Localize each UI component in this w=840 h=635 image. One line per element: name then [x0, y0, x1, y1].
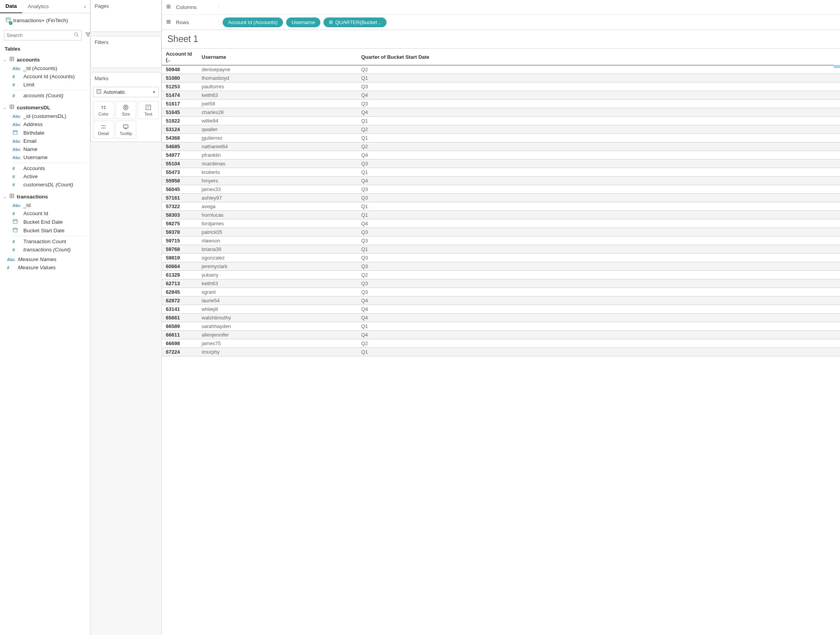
- table-row[interactable]: 63141 whitejill Q4: [162, 305, 840, 314]
- table-row[interactable]: 53124 qwaller Q2: [162, 125, 840, 134]
- field-item[interactable]: #accounts (Count): [0, 91, 90, 100]
- columns-shelf[interactable]: Columns: [162, 0, 840, 15]
- field-item[interactable]: AbcMeasure Names: [0, 255, 90, 263]
- table-row[interactable]: 65661 walshtimothy Q4: [162, 314, 840, 322]
- cell-quarter: Q1: [357, 134, 840, 142]
- column-header-id[interactable]: Account Id (..: [162, 49, 198, 65]
- field-item[interactable]: Abc_Id: [0, 201, 90, 209]
- table-row[interactable]: 59275 fordjames Q4: [162, 219, 840, 228]
- field-item[interactable]: #Account Id: [0, 209, 90, 218]
- field-item[interactable]: Abc_Id (Accounts): [0, 64, 90, 72]
- tab-analytics[interactable]: Analytics: [22, 0, 54, 13]
- table-row[interactable]: 51645 charles28 Q4: [162, 108, 840, 117]
- search-box[interactable]: [4, 30, 82, 40]
- marks-size-button[interactable]: Size: [116, 101, 137, 119]
- field-item[interactable]: Bucket End Date: [0, 218, 90, 226]
- row-pill[interactable]: ⊞QUARTER(Bucket ..: [323, 18, 387, 27]
- marks-type-dropdown[interactable]: T Automatic ▾: [93, 87, 159, 97]
- table-row[interactable]: 66698 james75 Q2: [162, 339, 840, 348]
- table-row[interactable]: 67224 imurphy Q1: [162, 348, 840, 356]
- column-header-user[interactable]: Username: [198, 49, 357, 65]
- marks-color-button[interactable]: Color: [93, 101, 114, 119]
- field-item[interactable]: #transactions (Count): [0, 246, 90, 254]
- table-row[interactable]: 55104 ncardenas Q3: [162, 160, 840, 168]
- field-item[interactable]: AbcAddress: [0, 120, 90, 128]
- field-item[interactable]: Abc_id (customersDL): [0, 112, 90, 120]
- table-row[interactable]: 61329 yubarry Q2: [162, 271, 840, 279]
- table-header-transactions[interactable]: ⌄ transactions: [0, 192, 90, 201]
- columns-rows-shelves: Columns Rows Account Id (Accounts)Userna…: [162, 0, 840, 30]
- table-row[interactable]: 51474 keith63 Q4: [162, 91, 840, 100]
- field-item[interactable]: Bucket Start Date: [0, 226, 90, 235]
- table-row[interactable]: 50948 denisepayne Q2: [162, 65, 840, 74]
- field-item[interactable]: #Measure Values: [0, 263, 90, 272]
- row-pill[interactable]: Username: [286, 18, 320, 27]
- pill-label: QUARTER(Bucket ..: [335, 19, 381, 25]
- column-header-quarter[interactable]: Quarter of Bucket Start Date: [357, 49, 840, 65]
- table-header-customersDL[interactable]: ⌄ customersDL: [0, 103, 90, 112]
- table-row[interactable]: 55958 hmyers Q4: [162, 177, 840, 185]
- cell-account-id: 62713: [162, 279, 198, 288]
- field-item[interactable]: AbcName: [0, 145, 90, 153]
- table-row[interactable]: 66611 allenjennifer Q4: [162, 331, 840, 339]
- table-row[interactable]: 51253 paultorres Q3: [162, 82, 840, 91]
- table-row[interactable]: 62845 xgrant Q3: [162, 288, 840, 296]
- table-row[interactable]: 51822 willie94 Q1: [162, 117, 840, 125]
- table-row[interactable]: 57322 avega Q1: [162, 202, 840, 211]
- cell-quarter: Q3: [357, 82, 840, 91]
- cell-username: allenjennifer: [198, 331, 357, 339]
- field-item[interactable]: Birthdate: [0, 128, 90, 137]
- svg-rect-21: [10, 194, 14, 198]
- field-item[interactable]: AbcUsername: [0, 153, 90, 161]
- marks-tooltip-button[interactable]: Tooltip: [116, 121, 137, 139]
- table-row[interactable]: 54368 jgutierrez Q1: [162, 134, 840, 142]
- table-row[interactable]: 51080 thomasboyd Q1: [162, 74, 840, 82]
- marks-detail-button[interactable]: Detail: [93, 121, 114, 139]
- rows-shelf[interactable]: Rows Account Id (Accounts)Username⊞QUART…: [162, 15, 840, 30]
- string-type-icon: Abc: [12, 114, 20, 119]
- svg-point-36: [104, 106, 105, 107]
- pages-shelf[interactable]: Pages: [90, 0, 162, 32]
- field-item[interactable]: #Accounts: [0, 164, 90, 172]
- field-item[interactable]: #Limit: [0, 81, 90, 89]
- table-row[interactable]: 56045 james33 Q3: [162, 185, 840, 194]
- rows-label: Rows: [176, 19, 219, 25]
- table-row[interactable]: 54685 nathaniel64 Q2: [162, 142, 840, 151]
- svg-text:T: T: [147, 105, 149, 109]
- field-item[interactable]: #Transaction Count: [0, 237, 90, 246]
- field-item[interactable]: #Active: [0, 172, 90, 181]
- tab-data[interactable]: Data: [0, 0, 22, 13]
- cell-quarter: Q4: [357, 305, 840, 314]
- field-item[interactable]: #customersDL (Count): [0, 181, 90, 189]
- svg-rect-9: [10, 57, 14, 61]
- table-header-accounts[interactable]: ⌄ accounts: [0, 55, 90, 64]
- table-row[interactable]: 54977 pfranklin Q4: [162, 151, 840, 160]
- chevron-down-icon: ⌄: [3, 195, 7, 199]
- data-grid-wrapper[interactable]: Account Id (..UsernameQuarter of Bucket …: [162, 49, 840, 635]
- table-row[interactable]: 62872 laurie54 Q4: [162, 296, 840, 305]
- table-row[interactable]: 59768 briana39 Q1: [162, 245, 840, 254]
- table-row[interactable]: 66589 sarahhayden Q1: [162, 322, 840, 331]
- cell-account-id: 51080: [162, 74, 198, 82]
- chevron-down-icon: ⌄: [3, 105, 7, 110]
- table-row[interactable]: 59715 nlawson Q3: [162, 237, 840, 245]
- sidebar-collapse-button[interactable]: ‹: [80, 4, 90, 10]
- table-row[interactable]: 62713 keith63 Q3: [162, 279, 840, 288]
- marks-text-button[interactable]: T Text: [138, 101, 159, 119]
- table-row[interactable]: 60664 jeremyclark Q3: [162, 262, 840, 271]
- table-row[interactable]: 59378 patrick05 Q3: [162, 228, 840, 237]
- field-item[interactable]: AbcEmail: [0, 137, 90, 145]
- table-row[interactable]: 51617 joel58 Q3: [162, 100, 840, 108]
- cell-account-id: 59378: [162, 228, 198, 237]
- filters-shelf[interactable]: Filters: [90, 36, 162, 68]
- field-item[interactable]: #Account Id (Accounts): [0, 72, 90, 81]
- row-pill[interactable]: Account Id (Accounts): [223, 18, 283, 27]
- table-row[interactable]: 59819 ogonzalez Q3: [162, 254, 840, 262]
- search-input[interactable]: [7, 32, 72, 38]
- sheet-title-bar[interactable]: Sheet 1: [162, 30, 840, 49]
- datasource-row[interactable]: transactions+ (FinTech): [0, 13, 90, 28]
- table-row[interactable]: 58303 hornlucas Q1: [162, 211, 840, 219]
- table-name: transactions: [17, 194, 48, 200]
- table-row[interactable]: 57161 ashley97 Q3: [162, 194, 840, 202]
- table-row[interactable]: 55473 kroberts Q1: [162, 168, 840, 177]
